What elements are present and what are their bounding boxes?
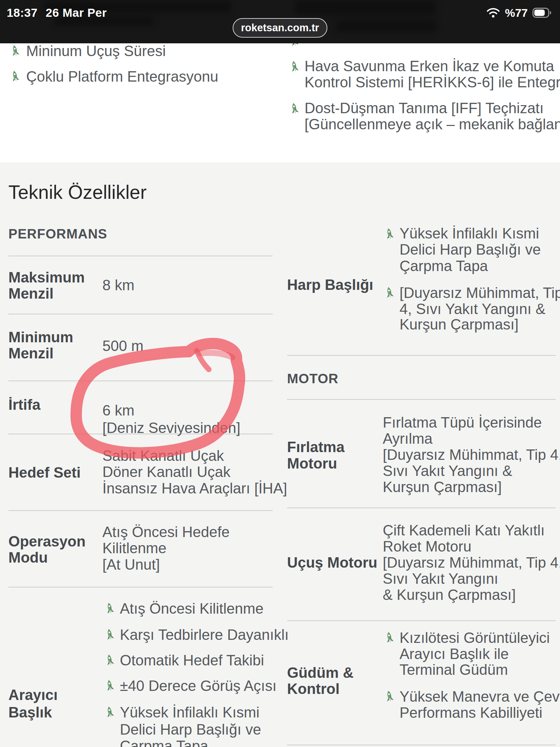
spec-label: Harp Başlığı [287, 277, 373, 293]
spec-bullet-line: Yüksek İnfilaklı Kısmi [400, 225, 539, 241]
spec-bullet-line: Delici Harp Başlığı ve [400, 241, 541, 258]
spec-value: Ayrılma [383, 431, 432, 447]
battery-icon [532, 8, 552, 18]
spec-value: Roket Motoru [383, 538, 471, 555]
status-icons: %77 [486, 6, 552, 20]
spec-value: İnsansız Hava Araçları [İHA] [102, 480, 287, 496]
performance-section-header: PERFORMANS [8, 226, 107, 241]
spec-bullet-line: Çarpma Tapa [120, 738, 208, 747]
clock: 18:3726 Mar Per [7, 6, 107, 20]
rocket-icon [384, 285, 395, 300]
rocket-icon [10, 69, 20, 83]
rocket-icon [289, 101, 299, 115]
spec-bullet-line: Performans Kabilliyeti [400, 705, 542, 721]
time-text: 18:37 [7, 6, 37, 19]
spec-value: Sıvı Yakıt Yangını [383, 571, 498, 587]
wifi-icon [486, 7, 500, 18]
divider [8, 587, 273, 588]
spec-bullet-line: Yüksek İnfilaklı Kısmi [120, 704, 260, 720]
spec-value: [Duyarsız Mühimmat, Tip 4, [383, 447, 560, 463]
spec-label: Minimum [8, 329, 73, 345]
divider [287, 355, 556, 356]
rocket-icon [105, 601, 115, 615]
spec-bullet-line: Terminal Güdüm [400, 662, 508, 678]
scrolled-content-smudge [336, 20, 436, 32]
spec-bullet: Otomatik Hedef Takibi [120, 652, 264, 668]
divider [287, 508, 556, 508]
battery-percent: %77 [505, 6, 528, 20]
spec-value: 8 km [102, 277, 134, 293]
motor-section-header: MOTOR [287, 371, 339, 386]
spec-value: [At Unut] [102, 557, 160, 573]
spec-value: Sabit Kanatlı Uçak [102, 448, 224, 464]
rocket-icon [384, 630, 395, 645]
spec-value: Sıvı Yakıt Yangını & [383, 463, 512, 479]
divider [287, 620, 556, 621]
spec-value: [Deniz Seviyesinden] [102, 420, 240, 436]
page-title: Teknik Özellikler [8, 181, 147, 203]
url-bar[interactable]: roketsan.com.tr [233, 18, 327, 37]
spec-label: İrtifa [8, 397, 40, 413]
spec-bullet: Atış Öncesi Kilitlenme [120, 600, 264, 617]
spec-bullet-line: Kızılötesi Görüntüleyici [400, 630, 550, 646]
url-text: roketsan.com.tr [241, 22, 319, 34]
divider [8, 256, 273, 256]
scrolled-content-smudge [295, 0, 436, 15]
spec-value: Fırlatma Tüpü İçerisinde [383, 414, 542, 431]
rocket-icon [105, 653, 115, 667]
spec-label: Menzil [8, 285, 53, 302]
spec-label: Başlık [8, 704, 52, 720]
rocket-icon [105, 627, 115, 642]
spec-label: Hedef Seti [8, 465, 81, 481]
spec-value: Çift Kademeli Katı Yakıtlı [383, 522, 545, 538]
spec-bullet-line: Çarpma Tapa [400, 258, 488, 274]
rocket-icon [384, 227, 395, 241]
feature-item-line: [Güncellenmeye açık – mekanik bağlantı] [304, 116, 560, 132]
spec-bullet-line: 4, Sıvı Yakıt Yangını & [400, 301, 545, 317]
rocket-icon [105, 705, 115, 719]
divider [287, 745, 556, 745]
spec-value: [Duyarsız Mühimmat, Tip 4, [383, 555, 560, 571]
spec-bullet-line: Kurşun Çarpması] [400, 316, 519, 333]
spec-label: Güdüm & [287, 665, 353, 681]
spec-label: Fırlatma [287, 439, 344, 455]
rocket-icon [10, 44, 20, 58]
spec-bullet: ±40 Derece Görüş Açısı [120, 678, 277, 694]
divider [8, 510, 273, 511]
spec-value: Döner Kanatlı Uçak [102, 464, 231, 480]
spec-value: Atış Öncesi Hedefe [102, 524, 230, 540]
spec-bullet-line: [Duyarsız Mühimmat, Tip [400, 285, 560, 301]
spec-value: Kilitlenme [102, 540, 166, 556]
status-bar: 18:3726 Mar Per roketsan.com.tr %77 [0, 0, 560, 43]
spec-value: 6 km [102, 403, 134, 418]
spec-bullet-line: Delici Harp Başlığı ve [120, 721, 261, 738]
feature-item-line: Hava Savunma Erken İkaz ve Komuta [304, 58, 554, 74]
feature-item-line: Kontrol Sistemi [HERİKKS-6] ile Entegre [304, 74, 560, 91]
spec-label: Motoru [287, 456, 337, 471]
spec-label: Menzil [8, 345, 53, 361]
feature-item: Mininum Uçuş Süresi [26, 43, 166, 59]
safari-page: Mininum Uçuş Süresi Çoklu Platform Enteg… [0, 0, 560, 747]
spec-label: Kontrol [287, 681, 340, 697]
divider [287, 399, 556, 400]
divider [8, 381, 273, 381]
spec-value: Kurşun Çarpması] [383, 479, 502, 495]
spec-label: Operasyon [8, 533, 86, 549]
divider [8, 314, 273, 314]
spec-value: 500 m [102, 338, 143, 354]
spec-label: Modu [8, 549, 48, 566]
spec-label: Maksimum [8, 269, 85, 285]
spec-value: & Kurşun Çarpması] [383, 587, 516, 603]
feature-item: Çoklu Platform Entegrasyonu [26, 69, 218, 85]
spec-label: Uçuş Motoru [287, 555, 377, 571]
spec-label: Arayıcı [8, 687, 58, 703]
feature-item-line: Dost-Düşman Tanıma [IFF] Teçhizatı [304, 100, 543, 116]
rocket-icon [289, 59, 299, 74]
rocket-icon [105, 678, 115, 693]
spec-bullet: Karşı Tedbirlere Dayanıklı [120, 627, 289, 643]
spec-bullet-line: Arayıcı Başlık ile [400, 646, 509, 662]
rocket-icon [384, 689, 395, 703]
spec-bullet-line: Yüksek Manevra ve Çevik [400, 689, 560, 705]
date-text: 26 Mar Per [46, 6, 107, 19]
